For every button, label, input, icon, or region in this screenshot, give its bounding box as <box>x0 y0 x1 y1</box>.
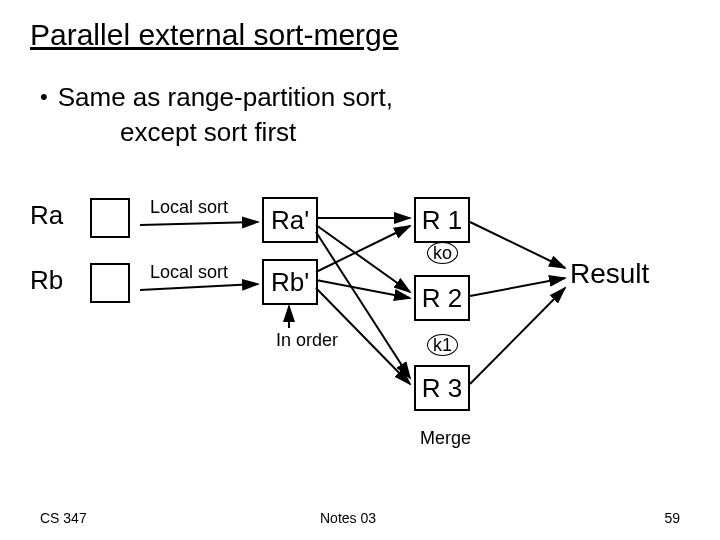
bullet-line1: Same as range-partition sort, <box>58 82 393 112</box>
arrow-raprime-r3 <box>316 232 410 378</box>
arrow-r1-result <box>470 222 565 268</box>
label-local-sort-a: Local sort <box>150 197 228 218</box>
arrow-ra-raprime <box>140 222 258 225</box>
label-local-sort-b: Local sort <box>150 262 228 283</box>
arrow-rbprime-r2 <box>316 280 410 298</box>
slide-title: Parallel external sort-merge <box>30 18 398 52</box>
arrow-rbprime-r1 <box>316 226 410 272</box>
box-ra <box>90 198 130 238</box>
box-r3: R 3 <box>414 365 470 411</box>
label-rb: Rb <box>30 265 63 296</box>
label-ra: Ra <box>30 200 63 231</box>
label-ko: ko <box>427 242 458 264</box>
label-merge: Merge <box>420 428 471 449</box>
box-r2: R 2 <box>414 275 470 321</box>
bullet-line2: except sort first <box>120 115 393 150</box>
box-r1: R 1 <box>414 197 470 243</box>
footer-left: CS 347 <box>40 510 87 526</box>
box-rb <box>90 263 130 303</box>
label-in-order: In order <box>276 330 338 351</box>
bullet-dot: • <box>40 84 48 109</box>
arrow-r2-result <box>470 278 565 296</box>
box-ra-prime: Ra' <box>262 197 318 243</box>
footer-center: Notes 03 <box>320 510 376 526</box>
bullet-item: •Same as range-partition sort, except so… <box>40 80 393 150</box>
footer-right: 59 <box>664 510 680 526</box>
arrow-r3-result <box>470 288 565 384</box>
label-k1: k1 <box>427 334 458 356</box>
slide: Parallel external sort-merge •Same as ra… <box>0 0 720 540</box>
arrow-rb-rbprime <box>140 284 258 290</box>
box-rb-prime: Rb' <box>262 259 318 305</box>
arrow-raprime-r2 <box>316 225 410 292</box>
label-result: Result <box>570 258 649 290</box>
